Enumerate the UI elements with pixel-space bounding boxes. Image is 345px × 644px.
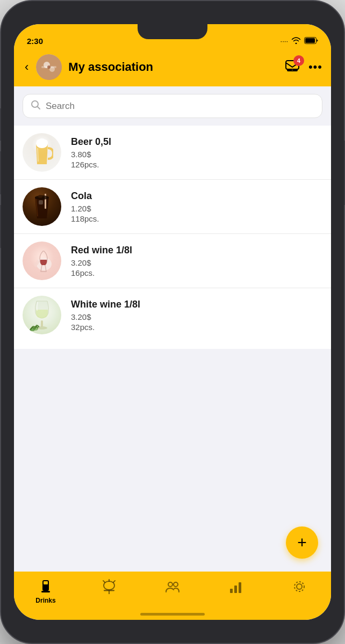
home-indicator bbox=[140, 613, 205, 616]
item-name: Cola bbox=[71, 191, 322, 202]
volume-up-button[interactable] bbox=[0, 108, 1, 141]
svg-point-17 bbox=[38, 195, 42, 198]
item-info: White wine 1/8l 3.20$ 32pcs. bbox=[71, 299, 322, 332]
item-qty: 32pcs. bbox=[71, 323, 322, 332]
list-item[interactable]: Red wine 1/8l 3.20$ 16pcs. bbox=[14, 234, 331, 288]
status-time: 2:30 bbox=[27, 36, 43, 46]
item-price: 3.80$ bbox=[71, 150, 322, 159]
search-input[interactable] bbox=[46, 101, 314, 112]
notification-button[interactable]: 4 bbox=[285, 58, 300, 76]
svg-line-9 bbox=[38, 107, 40, 109]
nav-item-food[interactable] bbox=[77, 577, 141, 596]
status-icons: ···· bbox=[281, 36, 318, 46]
stats-icon bbox=[228, 579, 243, 594]
notch bbox=[138, 24, 207, 39]
svg-point-37 bbox=[297, 584, 302, 589]
phone-frame: 2:30 ···· bbox=[0, 0, 345, 644]
more-button[interactable]: ••• bbox=[308, 60, 322, 74]
svg-line-29 bbox=[113, 581, 115, 582]
svg-point-8 bbox=[32, 101, 38, 107]
nav-item-members[interactable] bbox=[141, 577, 204, 596]
svg-point-6 bbox=[47, 65, 51, 69]
avatar bbox=[36, 54, 62, 80]
svg-point-38 bbox=[294, 582, 304, 591]
item-qty: 126pcs. bbox=[71, 160, 322, 169]
svg-rect-36 bbox=[239, 582, 241, 593]
item-image-redwine bbox=[23, 241, 61, 280]
search-bar bbox=[23, 94, 322, 118]
item-info: Beer 0,5l 3.80$ 126pcs. bbox=[71, 136, 322, 169]
svg-point-32 bbox=[168, 582, 172, 587]
header: ‹ My association bbox=[14, 48, 331, 86]
item-image-whitewine bbox=[23, 296, 61, 334]
search-container bbox=[14, 86, 331, 126]
add-button[interactable]: + bbox=[286, 526, 318, 559]
notification-badge: 4 bbox=[293, 55, 304, 66]
header-actions: 4 ••• bbox=[285, 58, 322, 76]
svg-rect-19 bbox=[41, 320, 43, 327]
svg-point-13 bbox=[38, 138, 46, 144]
item-image-beer bbox=[23, 133, 61, 172]
settings-icon bbox=[292, 579, 307, 594]
item-name: Red wine 1/8l bbox=[71, 245, 322, 256]
list-item[interactable]: Beer 0,5l 3.80$ 126pcs. bbox=[14, 126, 331, 180]
page-title: My association bbox=[68, 60, 285, 74]
svg-rect-35 bbox=[234, 586, 237, 593]
item-name: Beer 0,5l bbox=[71, 136, 322, 148]
nav-item-stats[interactable] bbox=[204, 577, 268, 596]
item-name: White wine 1/8l bbox=[71, 299, 322, 310]
nav-label-drinks: Drinks bbox=[35, 597, 55, 604]
list-item[interactable]: Cola 1.20$ 118pcs. bbox=[14, 180, 331, 234]
wifi-icon bbox=[291, 36, 301, 46]
svg-rect-1 bbox=[305, 38, 315, 43]
items-list: Beer 0,5l 3.80$ 126pcs. bbox=[14, 126, 331, 349]
list-item[interactable]: White wine 1/8l 3.20$ 32pcs. bbox=[14, 288, 331, 342]
item-qty: 16pcs. bbox=[71, 268, 322, 277]
svg-point-33 bbox=[174, 582, 178, 587]
item-info: Cola 1.20$ 118pcs. bbox=[71, 191, 322, 223]
item-qty: 118pcs. bbox=[71, 214, 322, 223]
svg-rect-14 bbox=[39, 200, 43, 204]
item-price: 1.20$ bbox=[71, 204, 322, 213]
svg-rect-25 bbox=[41, 591, 50, 592]
volume-down-button[interactable] bbox=[0, 151, 1, 194]
nav-item-settings[interactable] bbox=[268, 577, 331, 596]
back-button[interactable]: ‹ bbox=[23, 58, 31, 76]
item-info: Red wine 1/8l 3.20$ 16pcs. bbox=[71, 245, 322, 277]
svg-rect-34 bbox=[230, 589, 233, 593]
item-price: 3.20$ bbox=[71, 258, 322, 267]
battery-icon bbox=[304, 37, 318, 46]
phone-screen: 2:30 ···· bbox=[14, 24, 331, 620]
signal-icon: ···· bbox=[281, 37, 288, 45]
search-icon bbox=[31, 100, 40, 112]
members-icon bbox=[165, 579, 180, 594]
food-icon bbox=[102, 579, 117, 594]
item-image-cola bbox=[23, 187, 61, 226]
svg-rect-24 bbox=[44, 581, 48, 584]
svg-point-22 bbox=[33, 327, 38, 331]
svg-point-26 bbox=[104, 581, 114, 590]
nav-item-drinks[interactable]: Drinks bbox=[14, 577, 77, 606]
item-price: 3.20$ bbox=[71, 312, 322, 321]
drinks-icon bbox=[38, 579, 53, 594]
svg-line-28 bbox=[103, 581, 105, 582]
silent-switch[interactable] bbox=[0, 205, 1, 248]
empty-area: + bbox=[14, 349, 331, 572]
